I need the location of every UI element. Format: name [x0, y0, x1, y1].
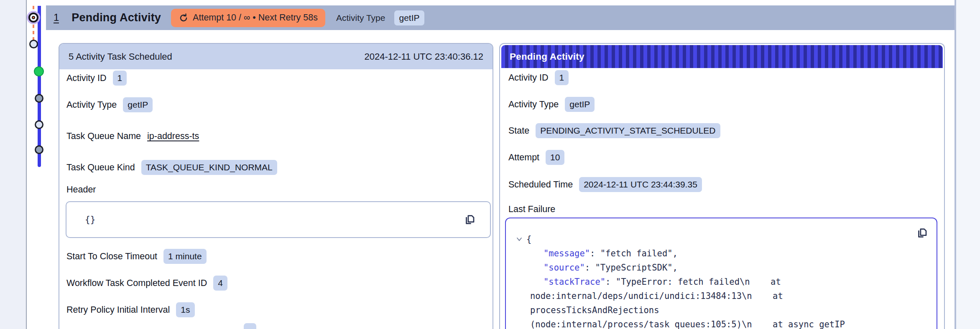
detail-row: Activity ID 1	[508, 70, 569, 85]
detail-row: Start To Close Timeout 1 minute	[66, 249, 207, 264]
row-value-badge: 4	[213, 276, 227, 291]
task-queue-link[interactable]: ip-address-ts	[147, 131, 199, 142]
row-value-badge-clipped	[244, 323, 256, 329]
json-line: (node:internal/process/task_queues:105:5…	[506, 317, 937, 329]
detail-row: State PENDING_ACTIVITY_STATE_SCHEDULED	[508, 123, 720, 138]
copy-button[interactable]	[463, 213, 476, 226]
event-group-title: Pending Activity	[71, 11, 161, 24]
detail-row: Task Queue Name ip-address-ts	[66, 131, 199, 142]
json-line: "message": "fetch failed",	[506, 246, 937, 261]
copy-icon	[916, 227, 928, 239]
row-label: Retry Policy Initial Interval	[66, 305, 170, 315]
row-value-badge: PENDING_ACTIVITY_STATE_SCHEDULED	[536, 123, 720, 138]
row-value-badge: 2024-12-11 UTC 23:44:39.35	[579, 177, 702, 192]
timeline-line	[38, 6, 41, 167]
json-line: processTicksAndRejections	[506, 303, 937, 317]
timeline-dot-icon[interactable]	[29, 40, 38, 48]
row-value-badge: 10	[546, 150, 564, 165]
copy-icon	[463, 213, 476, 226]
row-label: Activity ID	[508, 73, 549, 83]
row-label: Attempt	[508, 152, 539, 163]
pending-activity-banner: Pending Activity	[501, 45, 943, 68]
detail-row: Activity Type getIP	[508, 97, 595, 112]
row-label: Task Queue Kind	[66, 162, 135, 173]
detail-row: Task Queue Kind TASK_QUEUE_KIND_NORMAL	[66, 160, 277, 175]
event-id-link[interactable]: 1	[54, 12, 59, 23]
detail-row: Activity Type getIP	[66, 97, 153, 112]
header-json-content: {}	[85, 215, 95, 225]
retry-status-badge: Attempt 10 / ∞ • Next Retry 58s	[171, 9, 325, 27]
row-value-badge: getIP	[565, 97, 595, 112]
row-label: Workflow Task Completed Event ID	[66, 278, 207, 289]
scroll-gutter[interactable]	[954, 0, 980, 329]
row-label: State	[508, 126, 529, 136]
event-detail-timestamp: 2024-12-11 UTC 23:40:36.12	[364, 51, 483, 62]
header-json-viewer: {}	[66, 201, 491, 238]
pending-activity-banner-title: Pending Activity	[510, 51, 584, 62]
header-section-label: Header	[66, 185, 96, 195]
row-value-badge: 1	[555, 70, 569, 85]
json-line: "source": "TypeScriptSDK",	[506, 261, 937, 275]
timeline-dot-icon[interactable]	[35, 94, 43, 103]
timeline-retry-dashed-line	[33, 6, 34, 42]
row-label: Start To Close Timeout	[66, 251, 157, 262]
last-failure-label: Last Failure	[508, 204, 555, 215]
timeline-dot-icon[interactable]	[35, 120, 43, 129]
event-history-view: 1 Pending Activity Attempt 10 / ∞ • Next…	[0, 0, 980, 329]
row-value-badge: getIP	[123, 97, 153, 112]
event-group-header[interactable]: 1 Pending Activity Attempt 10 / ∞ • Next…	[46, 5, 954, 30]
row-label: Activity Type	[508, 99, 559, 110]
copy-button[interactable]	[916, 227, 928, 239]
json-line: node:internal/deps/undici/undici:13484:1…	[506, 289, 937, 303]
pending-activity-panel: Pending Activity Activity ID 1 Activity …	[499, 43, 945, 329]
json-root-line: {	[506, 232, 937, 246]
detail-row: Attempt 10	[508, 150, 564, 165]
collapse-chevron-icon[interactable]	[516, 236, 523, 243]
event-detail-panel: 5 Activity Task Scheduled 2024-12-11 UTC…	[59, 43, 493, 329]
retry-badge-label: Attempt 10 / ∞ • Next Retry 58s	[193, 13, 318, 23]
event-detail-header[interactable]: 5 Activity Task Scheduled 2024-12-11 UTC…	[59, 44, 493, 69]
detail-row: Scheduled Time 2024-12-11 UTC 23:44:39.3…	[508, 177, 702, 192]
json-line: "stackTrace": "TypeError: fetch failed\n…	[506, 275, 937, 289]
detail-row: Workflow Task Completed Event ID 4	[66, 276, 227, 291]
left-gutter	[0, 0, 27, 329]
detail-row: Activity ID 1	[66, 71, 127, 86]
retry-icon	[179, 13, 189, 23]
event-detail-title: 5 Activity Task Scheduled	[69, 51, 172, 62]
row-value-badge: 1 minute	[163, 249, 207, 264]
row-label: Activity Type	[66, 100, 117, 110]
timeline-dot-icon[interactable]	[35, 145, 43, 154]
row-value-badge: 1s	[176, 302, 194, 317]
row-value-badge: 1	[113, 71, 127, 86]
timeline-dot-completed-icon[interactable]	[34, 66, 44, 76]
activity-type-label: Activity Type	[336, 13, 385, 23]
row-value-badge: TASK_QUEUE_KIND_NORMAL	[141, 160, 277, 175]
row-label: Activity ID	[66, 73, 107, 84]
row-label: Scheduled Time	[508, 180, 573, 190]
row-label: Task Queue Name	[66, 131, 141, 142]
activity-type-badge: getIP	[394, 10, 424, 25]
detail-row: Retry Policy Initial Interval 1s	[66, 302, 195, 317]
timeline-dot-current-icon[interactable]	[28, 13, 38, 23]
last-failure-json-viewer: { "message": "fetch failed", "source": "…	[505, 218, 937, 329]
